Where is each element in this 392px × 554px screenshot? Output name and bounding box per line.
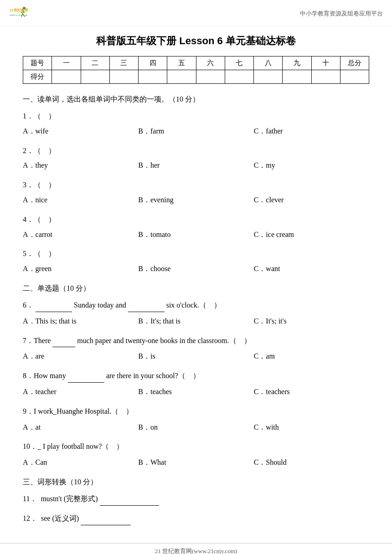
col-header-label: 题号 — [23, 56, 52, 70]
q9-optB: B．on — [138, 421, 253, 434]
question-1: 1．（ ） A．wife B．farm C．father — [23, 110, 369, 138]
score-cell-total — [340, 70, 369, 84]
q8-optC: C．teachers — [254, 385, 369, 399]
question-7: 7．There much paper and twenty-one books … — [23, 334, 369, 364]
question-4: 4．（ ） A．carrot B．tomato C．ice cream — [23, 213, 369, 241]
question-2: 2．（ ） A．they B．her C．my — [23, 144, 369, 173]
q7-optB: B．is — [138, 350, 253, 363]
q1-options: A．wife B．farm C．father — [23, 125, 369, 138]
q8-options: A．teacher B．teaches C．teachers — [23, 385, 369, 399]
q9-optA: A．at — [23, 421, 138, 434]
score-cell-8 — [254, 70, 283, 84]
question-12: 12． see (近义词) — [23, 512, 369, 525]
q6-num: 6． — [23, 301, 34, 309]
q9-options: A．at B．on C．with — [23, 421, 369, 434]
score-table: 题号 一 二 三 四 五 六 七 八 九 十 总分 得分 — [23, 56, 369, 84]
question-8: 8．How many are there in your school?（ ） … — [23, 369, 369, 399]
score-cell-7 — [225, 70, 253, 84]
section1-title: 一、读单词，选出各组单词中不同类的一项。（10 分） — [23, 95, 369, 104]
q12-blank — [81, 517, 131, 525]
q11-blank — [100, 498, 159, 506]
score-row-label: 得分 — [23, 70, 52, 84]
main-content: 科普版五年级下册 Lesson 6 单元基础达标卷 题号 一 二 三 四 五 六… — [0, 26, 392, 554]
q2-num: 2．（ ） — [23, 147, 56, 154]
score-cell-4 — [139, 70, 167, 84]
q1-optC: C．father — [254, 125, 369, 138]
score-cell-3 — [109, 70, 138, 84]
q1-num: 1．（ ） — [23, 112, 56, 120]
q7-optC: C．am — [254, 350, 369, 363]
score-cell-5 — [167, 70, 196, 84]
q3-optA: A．nice — [23, 194, 138, 207]
score-table-value-row: 得分 — [23, 70, 369, 84]
score-cell-1 — [52, 70, 81, 84]
col-header-9: 九 — [283, 56, 311, 70]
col-header-5: 五 — [167, 56, 196, 70]
score-cell-9 — [283, 70, 311, 84]
q2-optA: A．they — [23, 159, 138, 172]
col-header-1: 一 — [52, 56, 81, 70]
q7-optA: A．are — [23, 350, 138, 363]
q7-num: 7．There — [23, 337, 52, 344]
q5-options: A．green B．choose C．want — [23, 262, 369, 276]
q4-optC: C．ice cream — [254, 228, 369, 241]
q6-blank2 — [128, 304, 165, 312]
q3-options: A．nice B．evening C．clever — [23, 194, 369, 207]
q10-optA: A．Can — [23, 456, 138, 469]
q8-blank — [68, 374, 104, 383]
logo-icon: 21世纪教育 WWW.21CNJY.COM — [9, 5, 31, 23]
q6-options: A．This is; that is B．It's; that is C．It'… — [23, 315, 369, 328]
page-footer: 21 世纪教育网(www.21cnjy.com) — [0, 543, 392, 554]
section3-title: 三、词形转换（10 分） — [23, 477, 369, 487]
page-header: 21世纪教育 WWW.21CNJY.COM 中小学教育资源及组卷应用平台 — [0, 0, 392, 26]
q5-optB: B．choose — [138, 262, 253, 276]
q4-options: A．carrot B．tomato C．ice cream — [23, 228, 369, 241]
page-title: 科普版五年级下册 Lesson 6 单元基础达标卷 — [23, 34, 369, 48]
q1-optA: A．wife — [23, 125, 138, 138]
score-table-header-row: 题号 一 二 三 四 五 六 七 八 九 十 总分 — [23, 56, 369, 70]
q6-optC: C．It's; it's — [254, 315, 369, 328]
q6-text1: Sunday today and — [74, 301, 128, 309]
q8-text: are there in your school?（ ） — [106, 372, 200, 380]
q5-num: 5．（ ） — [23, 250, 56, 257]
question-5: 5．（ ） A．green B．choose C．want — [23, 247, 369, 276]
score-cell-2 — [81, 70, 109, 84]
q10-options: A．Can B．What C．Should — [23, 456, 369, 469]
header-right-text: 中小学教育资源及组卷应用平台 — [300, 10, 383, 18]
col-header-10: 十 — [311, 56, 340, 70]
section2-title: 二、单选题（10 分） — [23, 284, 369, 293]
q7-blank — [52, 339, 75, 347]
score-cell-10 — [311, 70, 340, 84]
q9-num: 9．I work_Huanghe Hospital.（ ） — [23, 407, 133, 415]
question-3: 3．（ ） A．nice B．evening C．clever — [23, 179, 369, 207]
q10-num: 10．_ I play football now?（ ） — [23, 442, 124, 450]
q10-optB: B．What — [138, 456, 253, 469]
col-header-2: 二 — [81, 56, 109, 70]
question-9: 9．I work_Huanghe Hospital.（ ） A．at B．on … — [23, 405, 369, 434]
question-11: 11． mustn't (完整形式) — [23, 492, 369, 506]
col-header-3: 三 — [109, 56, 138, 70]
col-header-4: 四 — [139, 56, 167, 70]
col-header-total: 总分 — [340, 56, 369, 70]
q1-optB: B．farm — [138, 125, 253, 138]
q2-optC: C．my — [254, 159, 369, 172]
col-header-7: 七 — [225, 56, 253, 70]
q5-optC: C．want — [254, 262, 369, 276]
q6-text2: six o'clock.（ ） — [166, 301, 221, 309]
q6-blank1 — [36, 304, 72, 312]
score-cell-6 — [196, 70, 225, 84]
q10-optC: C．Should — [254, 456, 369, 469]
logo-area: 21世纪教育 WWW.21CNJY.COM — [9, 5, 31, 23]
question-6: 6． Sunday today and six o'clock.（ ） A．Th… — [23, 299, 369, 328]
q8-optB: B．teaches — [138, 385, 253, 399]
q7-text: much paper and twenty-one books in the c… — [77, 337, 251, 344]
col-header-6: 六 — [196, 56, 225, 70]
q6-optB: B．It's; that is — [138, 315, 253, 328]
q2-options: A．they B．her C．my — [23, 159, 369, 172]
q3-optC: C．clever — [254, 194, 369, 207]
q7-options: A．are B．is C．am — [23, 350, 369, 363]
q4-optA: A．carrot — [23, 228, 138, 241]
svg-rect-0 — [9, 5, 31, 22]
col-header-8: 八 — [254, 56, 283, 70]
svg-text:21世纪教育: 21世纪教育 — [10, 8, 29, 12]
